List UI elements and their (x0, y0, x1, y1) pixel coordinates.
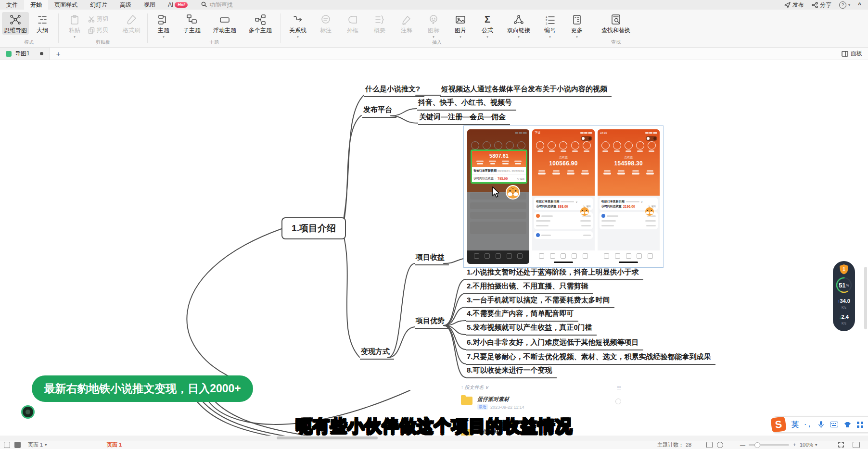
advantage-item-6[interactable]: 6.对小白非常友好，入门难度远低于其他短视频等项目 (466, 338, 643, 350)
fit-width-icon[interactable] (717, 440, 723, 449)
sogou-logo-icon[interactable]: S (770, 416, 787, 433)
horizontal-scrollbar-thumb[interactable] (277, 437, 378, 439)
menu-tab-advanced[interactable]: 高级 (114, 0, 138, 10)
ime-toolbar[interactable]: S 英 ·， (774, 416, 868, 433)
branch-platform-item-2[interactable]: 关键词—注册—会员—佣金 (418, 112, 510, 125)
multiple-topics-button[interactable]: 多个主题 (243, 12, 278, 35)
microphone-icon[interactable] (818, 421, 824, 428)
bidirectional-link-button[interactable]: 双向链接 ▾ (501, 12, 536, 38)
ime-punctuation-toggle[interactable]: ·， (804, 421, 812, 429)
zoom-slider[interactable] (749, 440, 789, 449)
menu-tab-slides[interactable]: 幻灯片 (84, 0, 114, 10)
menu-tab-view[interactable]: 视图 (138, 0, 162, 10)
menu-tab-file[interactable]: 文件 (0, 0, 24, 10)
vertical-scrollbar-thumb[interactable] (864, 267, 867, 329)
boundary-button[interactable]: 外框 (339, 12, 366, 35)
grid-view-icon[interactable] (4, 440, 10, 449)
copy-button[interactable]: 拷贝 (88, 26, 118, 34)
zoom-out-button[interactable]: — (740, 440, 745, 449)
group-label-mode: 模式 (2, 39, 56, 47)
zoom-level[interactable]: 100% ▾ (800, 440, 817, 449)
fit-page-icon[interactable] (706, 440, 713, 449)
sheet-tab-map1[interactable]: 导图1 (0, 48, 50, 60)
topic-button[interactable]: 主题 ▾ (150, 12, 177, 38)
callout-label: 标注 (320, 26, 332, 35)
mindmap-mode-button[interactable]: 思维导图 (2, 12, 29, 35)
collapse-ribbon-button[interactable]: ^ (858, 1, 861, 8)
page-view-icon[interactable] (14, 440, 21, 449)
sort-by-name-control[interactable]: ↑ 按文件名 ∨ (461, 384, 488, 391)
advantage-item-5[interactable]: 5.发布视频就可以产生收益，真正0门槛 (466, 323, 597, 336)
keyboard-icon[interactable] (830, 422, 838, 427)
branch-platform-item-1[interactable]: 抖音、快手、小红书、视频号 (417, 98, 516, 111)
advantage-item-1[interactable]: 1.小说推文暂时还处于蓝海阶段，抖音上明显供小于求 (466, 268, 643, 280)
branch-what-question[interactable]: 什么是小说推文? (364, 85, 424, 97)
ime-language-toggle[interactable]: 英 (791, 420, 799, 429)
outline-mode-button[interactable]: 大纲 (29, 12, 56, 35)
advantage-item-4[interactable]: 4.不需要生产内容，简单配音即可 (466, 309, 578, 322)
callout-button[interactable]: 标注 (312, 12, 339, 35)
mindmap-root-node[interactable]: 最新右豹地铁小说推文变现，日入2000+ (32, 375, 253, 402)
branch-advantage[interactable]: 项目优势 (415, 316, 449, 329)
advantage-item-2[interactable]: 2.不用拍摄出镜、不用直播、只需剪辑 (466, 282, 593, 294)
group-label-find: 查找 (596, 39, 636, 47)
cut-label: 剪切 (97, 15, 108, 23)
picture-button[interactable]: 图片 ▾ (447, 12, 474, 38)
branch-income[interactable]: 项目收益 (415, 253, 449, 265)
relationship-line-button[interactable]: 关系线 ▾ (283, 12, 312, 38)
branch-monetize[interactable]: 变现方式 (360, 347, 394, 360)
menu-tab-ai[interactable]: AI (162, 0, 174, 10)
more-button[interactable]: 更多 ▾ (563, 12, 590, 38)
menu-tab-page-style[interactable]: 页面样式 (48, 0, 84, 10)
feature-search[interactable]: 功能查找 (201, 1, 232, 9)
booster-percent: 51 (839, 282, 845, 289)
toolbox-icon[interactable] (857, 422, 863, 428)
format-painter-button[interactable]: 格式刷 (118, 12, 145, 35)
share-button[interactable]: 分享 (812, 1, 831, 9)
map-doc-icon (6, 51, 12, 57)
icon-button[interactable]: 图标 ▾ (420, 12, 447, 38)
booster-widget[interactable]: 1 51% ↑34.0 K/s ↓2.4 K/s (833, 261, 855, 331)
zoom-slider-knob[interactable] (754, 442, 760, 448)
branch-platform[interactable]: 发布平台 (362, 105, 396, 118)
root-collapse-icon[interactable] (21, 405, 35, 419)
caret-down-icon: ▾ (460, 36, 461, 38)
page-selector[interactable]: 页面 1 ▾ (28, 440, 47, 449)
phone2-row2-value: 893.00 (558, 205, 568, 208)
advantage-item-8[interactable]: 8.可以收徒来进行一个变现 (466, 366, 557, 378)
phone2-row2-label: 该时间段总收益 (536, 204, 556, 209)
advantage-item-7[interactable]: 7.只要足够耐心，不断去优化视频、素材、选文，积累实战经验都能拿到成果 (466, 352, 715, 365)
advantage-item-3[interactable]: 3.一台手机就可以搞定，不需要耗费太多时间 (466, 296, 614, 308)
skin-icon[interactable] (844, 422, 851, 428)
subtopic-button[interactable]: 子主题 (177, 12, 207, 35)
presentation-icon[interactable] (853, 440, 860, 449)
publish-button[interactable]: 发布 (784, 1, 804, 9)
panel-toggle-button[interactable]: 面板 (842, 50, 868, 58)
upload-speed: ↑34.0 K/s (838, 298, 850, 310)
fullscreen-icon[interactable] (838, 440, 844, 449)
outline-icon (37, 13, 49, 25)
floating-topic-button[interactable]: 浮动主题 (207, 12, 243, 35)
multiple-topics-label: 多个主题 (249, 26, 272, 35)
find-replace-button[interactable]: 查找和替换 (596, 12, 636, 35)
branch-what-answer[interactable]: 短视频达人通过各媒体平台发布关于小说内容的视频 (440, 85, 612, 97)
active-page-tab[interactable]: 页面 1 (107, 440, 122, 449)
relationship-line-icon (292, 13, 304, 25)
paste-button[interactable]: 粘贴 ▾ (61, 12, 88, 38)
help-button[interactable]: ? ▾ (839, 1, 850, 9)
cut-button[interactable]: 剪切 (88, 15, 118, 23)
menu-tab-home[interactable]: 开始 (24, 0, 48, 10)
note-button[interactable]: 注释 (393, 12, 420, 35)
ribbon-group-find: 查找和替换 查找 (596, 10, 636, 47)
add-sheet-button[interactable]: + (50, 50, 67, 58)
list-view-icon[interactable]: ☷ (617, 385, 621, 390)
zoom-in-button[interactable]: + (793, 440, 796, 449)
ribbon-group-mode: 思维导图 大纲 模式 (2, 10, 56, 47)
file-row-1[interactable]: 蛋仔派对素材 最近2023-09-22 11:14 (458, 393, 624, 412)
phone3-status-left: 18:15 (600, 131, 607, 134)
mindmap-center-node[interactable]: 1.项目介绍 (281, 217, 346, 239)
numbering-button[interactable]: 123 编号 ▾ (536, 12, 563, 38)
summary-button[interactable]: 概要 (366, 12, 393, 35)
select-circle-icon[interactable] (615, 399, 621, 404)
formula-button[interactable]: Σ 公式 ▾ (474, 12, 501, 38)
